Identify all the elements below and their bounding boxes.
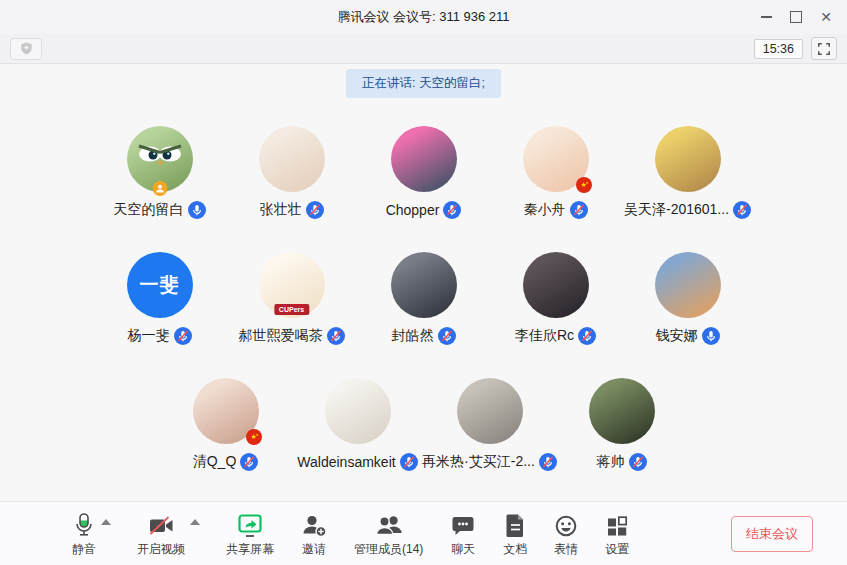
mic-muted-icon <box>438 327 456 345</box>
participant-name-row: 封皓然 <box>392 326 456 346</box>
participant-name: 秦小舟 <box>524 201 566 219</box>
toolbar-label: 共享屏幕 <box>226 541 274 558</box>
flag-badge-icon: ★★ <box>576 177 592 193</box>
mic-muted-icon <box>174 327 192 345</box>
fullscreen-icon <box>817 42 831 56</box>
document-icon <box>504 510 526 538</box>
participant-tile[interactable]: ★★清Q_Q <box>160 378 292 472</box>
toolbar-button-chat[interactable]: 聊天 <box>450 510 476 558</box>
toolbar-button-settings[interactable]: 设置 <box>605 510 629 558</box>
participant-avatar: ★★ <box>523 126 589 192</box>
toolbar-label: 表情 <box>554 541 578 558</box>
security-shield-button[interactable] <box>10 38 42 60</box>
participant-name: Chopper <box>386 202 440 218</box>
participant-tile[interactable]: ★★秦小舟 <box>490 126 622 220</box>
participant-name-row: 郝世熙爱喝茶 <box>239 326 345 346</box>
participant-name: 吴天泽-201601... <box>624 201 729 219</box>
toolbar-label: 邀请 <box>302 541 326 558</box>
mic-muted-icon <box>733 201 751 219</box>
participant-name-row: 秦小舟 <box>524 200 588 220</box>
mic-muted-icon <box>443 201 461 219</box>
participant-name: 李佳欣Rc <box>515 327 574 345</box>
participant-avatar: ★★ <box>193 378 259 444</box>
meeting-window: 腾讯会议 会议号: 311 936 211 ✕ 15:36 <box>0 0 847 565</box>
toolbar-button-screen-share[interactable]: 共享屏幕 <box>226 510 274 558</box>
participant-tile[interactable]: 蒋帅 <box>556 378 688 472</box>
participant-name: 蒋帅 <box>597 453 625 471</box>
camera-off-icon <box>147 510 176 538</box>
close-button[interactable]: ✕ <box>811 4 841 30</box>
participant-name: 钱安娜 <box>656 327 698 345</box>
participant-name: 再米热·艾买江-2... <box>422 453 535 471</box>
caret-up-icon[interactable] <box>190 519 200 525</box>
participant-tile[interactable]: 一斐杨一斐 <box>94 252 226 346</box>
participant-name-row: 杨一斐 <box>128 326 192 346</box>
participant-name-row: Chopper <box>386 200 462 220</box>
toolbar-button-microphone[interactable]: 静音 <box>72 510 96 558</box>
participant-name-row: 清Q_Q <box>193 452 259 472</box>
meeting-main-area: 正在讲话: 天空的留白; 天空的留白张壮壮Chopper★★秦小舟吴天泽-201… <box>0 64 847 501</box>
toolbar-button-members[interactable]: 管理成员(14) <box>354 510 423 558</box>
participant-name: Waldeinsamkeit <box>297 454 395 470</box>
participant-name-row: 李佳欣Rc <box>515 326 596 346</box>
chat-icon <box>450 510 476 538</box>
mic-muted-icon <box>578 327 596 345</box>
participant-avatar <box>655 126 721 192</box>
window-controls: ✕ <box>751 0 841 34</box>
members-icon <box>374 510 404 538</box>
participant-tile[interactable]: 封皓然 <box>358 252 490 346</box>
minimize-button[interactable] <box>751 4 781 30</box>
participant-tile[interactable]: 天空的留白 <box>94 126 226 220</box>
mic-on-icon <box>702 327 720 345</box>
topbar-right: 15:36 <box>754 37 837 60</box>
participant-avatar <box>589 378 655 444</box>
toolbar-button-emoji[interactable]: 表情 <box>554 510 578 558</box>
microphone-icon <box>72 510 96 538</box>
participant-avatar <box>391 126 457 192</box>
invite-icon <box>301 510 327 538</box>
fullscreen-button[interactable] <box>811 37 837 60</box>
participant-grid: 天空的留白张壮壮Chopper★★秦小舟吴天泽-201601...一斐杨一斐CU… <box>84 126 764 501</box>
speaking-banner: 正在讲话: 天空的留白; <box>346 69 501 98</box>
mic-muted-icon <box>629 453 647 471</box>
participant-name: 天空的留白 <box>114 201 184 219</box>
participant-name: 张壮壮 <box>260 201 302 219</box>
mic-muted-icon <box>570 201 588 219</box>
flag-badge-icon: ★★ <box>246 429 262 445</box>
toolbar-label: 文档 <box>503 541 527 558</box>
participant-tile[interactable]: 李佳欣Rc <box>490 252 622 346</box>
utility-bar: 15:36 <box>0 34 847 64</box>
toolbar-label: 聊天 <box>451 541 475 558</box>
participant-avatar: CUPers <box>259 252 325 318</box>
participant-avatar <box>457 378 523 444</box>
toolbar-label: 静音 <box>72 541 96 558</box>
maximize-icon <box>790 11 802 23</box>
toolbar-button-camera-off[interactable]: 开启视频 <box>137 510 185 558</box>
titlebar: 腾讯会议 会议号: 311 936 211 ✕ <box>0 0 847 34</box>
toolbar-button-invite[interactable]: 邀请 <box>301 510 327 558</box>
svg-text:★: ★ <box>585 181 588 185</box>
participant-tile[interactable]: 钱安娜 <box>622 252 754 346</box>
participant-tile[interactable]: Waldeinsamkeit <box>292 378 424 472</box>
participant-avatar <box>391 252 457 318</box>
screen-share-icon <box>236 510 264 538</box>
caret-up-icon[interactable] <box>101 519 111 525</box>
participant-name-row: 吴天泽-201601... <box>624 200 751 220</box>
end-meeting-button[interactable]: 结束会议 <box>731 516 813 552</box>
close-icon: ✕ <box>820 10 832 24</box>
participant-tile[interactable]: 张壮壮 <box>226 126 358 220</box>
participant-tile[interactable]: 吴天泽-201601... <box>622 126 754 220</box>
toolbar-button-document[interactable]: 文档 <box>503 510 527 558</box>
participant-name-row: 张壮壮 <box>260 200 324 220</box>
participant-avatar <box>655 252 721 318</box>
participant-name-row: Waldeinsamkeit <box>297 452 417 472</box>
participant-avatar <box>325 378 391 444</box>
mic-muted-icon <box>539 453 557 471</box>
participant-tile[interactable]: 再米热·艾买江-2... <box>424 378 556 472</box>
participant-tile[interactable]: Chopper <box>358 126 490 220</box>
participant-name-row: 蒋帅 <box>597 452 647 472</box>
settings-icon <box>605 510 629 538</box>
participant-tile[interactable]: CUPers郝世熙爱喝茶 <box>226 252 358 346</box>
participant-avatar <box>259 126 325 192</box>
maximize-button[interactable] <box>781 4 811 30</box>
